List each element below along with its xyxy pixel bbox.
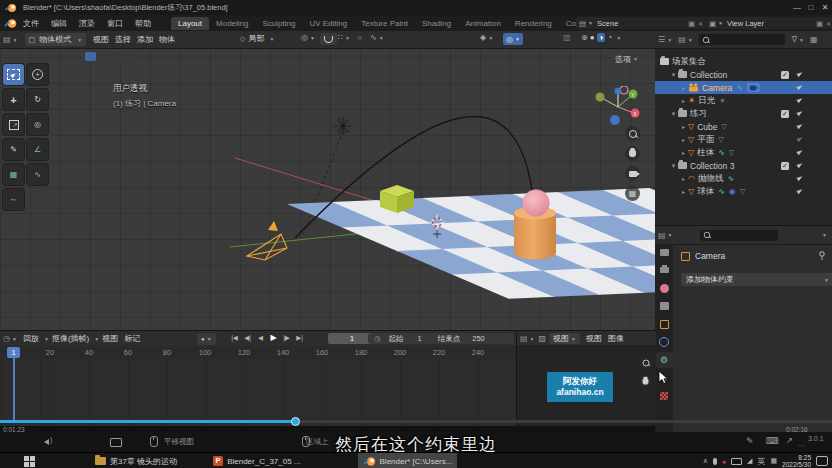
battery-icon[interactable] <box>731 458 742 465</box>
outliner-filter-button[interactable]: ∇▼ <box>789 35 807 44</box>
tool-measure[interactable]: ∠ <box>27 139 48 160</box>
tray-expand-icon[interactable]: ∧ <box>703 457 708 465</box>
tab-scene[interactable] <box>655 298 673 314</box>
selectable-icon[interactable] <box>796 97 803 104</box>
camera-view-button[interactable] <box>625 166 640 181</box>
add-constraint-button[interactable]: 添加物体约束 ▼ <box>681 273 832 286</box>
expand-icon[interactable]: ▸ <box>679 136 688 143</box>
orientation-dropdown[interactable]: ◇ 局部 ▼ <box>240 33 274 44</box>
tool-annotate[interactable]: ✎ <box>3 139 24 160</box>
outliner-row-sun[interactable]: ▸ ☀ 日光 ☀ <box>655 94 832 107</box>
maximize-button[interactable]: □ <box>804 3 818 12</box>
selectable-icon[interactable] <box>796 136 803 143</box>
tab-physics[interactable] <box>655 334 673 350</box>
select-mode-new[interactable] <box>85 52 96 61</box>
ime-indicator[interactable]: 英 <box>757 456 765 467</box>
shading-solid-icon[interactable]: ● <box>590 33 595 42</box>
microphone-icon[interactable] <box>713 458 717 465</box>
view-layer-selector[interactable]: ▣▼ View Layer ▣ ✕ <box>706 17 832 29</box>
selectable-icon[interactable] <box>796 149 803 156</box>
workspace-tab-texturepaint[interactable]: Texture Paint <box>354 17 415 30</box>
select-mode-invert[interactable] <box>124 52 135 61</box>
expand-icon[interactable]: ▸ <box>679 84 688 91</box>
image-editor-type-button[interactable]: ▤▼ <box>517 334 538 343</box>
tab-world[interactable] <box>655 280 673 296</box>
remove-view-layer-icon[interactable]: ✕ <box>826 20 831 27</box>
tab-constraints[interactable]: ⚙ <box>655 352 673 368</box>
next-keyframe-button[interactable]: |▶ <box>280 334 293 342</box>
viewport-3d[interactable]: ▤▼ ▢ 物体模式 ▼ 视图 选择 添加 物体 ◇ 局部 ▼ ◎▼ ∷▼ ○ ∿… <box>0 31 656 330</box>
collapse-icon[interactable]: ▼ <box>669 111 678 117</box>
collection-checkbox[interactable]: ✓ <box>781 110 789 118</box>
workspace-tab-shading[interactable]: Shading <box>415 17 458 30</box>
image-mode-dropdown[interactable]: 视图▼ <box>549 333 580 344</box>
tool-curve-pen[interactable]: ～ <box>3 189 24 210</box>
start-button[interactable] <box>0 453 40 468</box>
blender-app-menu-icon[interactable] <box>4 18 17 29</box>
new-view-layer-icon[interactable]: ▣ <box>816 19 823 28</box>
tool-extrude[interactable]: ∿ <box>27 164 48 185</box>
tool-rotate[interactable]: ↻ <box>27 89 48 110</box>
ortho-toggle-button[interactable]: ▦ <box>625 186 640 201</box>
overlays-dropdown[interactable]: ◎▼ <box>503 33 523 45</box>
collapse-icon[interactable]: ▼ <box>669 163 678 169</box>
workspace-tab-sculpting[interactable]: Sculpting <box>256 17 303 30</box>
notification-icon[interactable] <box>816 456 828 466</box>
viewport-menu-select[interactable]: 选择 <box>112 34 134 45</box>
outliner-row-collection[interactable]: ▼ Collection ✓ <box>655 68 832 81</box>
expand-icon[interactable]: ▸ <box>679 123 688 130</box>
outliner-search-input[interactable] <box>699 34 785 45</box>
collapse-icon[interactable]: ▼ <box>669 72 678 78</box>
shading-wireframe-icon[interactable]: ⊕ <box>581 33 588 42</box>
timeline-editor-type-button[interactable]: ◷▼ <box>0 334 20 343</box>
calendar-icon[interactable]: ▦ <box>770 457 777 465</box>
outliner-row-cylinder[interactable]: ▸ ▽ 柱体 ∿ ▽ <box>655 146 832 159</box>
scene-selector[interactable]: ▤▼ Scene ▣ ✕ <box>576 17 706 29</box>
timeline-menu-marker[interactable]: 标记 <box>121 333 143 344</box>
shading-material-icon[interactable]: ◑ <box>597 33 606 42</box>
viewport-3d-scene[interactable] <box>0 31 655 330</box>
play-button[interactable]: ▶ <box>267 333 280 342</box>
menu-help[interactable]: 帮助 <box>129 18 157 29</box>
taskbar-item-blender[interactable]: Blender* [C:\Users... <box>358 453 458 468</box>
jump-end-button[interactable]: ▶| <box>293 334 306 342</box>
end-value[interactable]: 250 <box>472 334 485 343</box>
selectable-icon[interactable] <box>796 162 803 169</box>
timeline-menu-playback[interactable]: 回放 <box>20 333 42 344</box>
auto-keying-button[interactable]: ●▼ <box>197 333 216 345</box>
outliner-row-scene-collection[interactable]: 场景集合 <box>655 55 832 68</box>
timeline-menu-view[interactable]: 视图 <box>99 333 121 344</box>
outliner-editor-type-button[interactable]: ☰▼ <box>655 35 675 44</box>
outliner-display-mode-button[interactable]: ▤▼ <box>675 35 696 44</box>
pin-icon[interactable] <box>818 251 826 261</box>
prev-keyframe-button[interactable]: ◀| <box>241 334 254 342</box>
image-menu-image[interactable]: 图像 <box>605 333 627 344</box>
select-mode-extend[interactable] <box>98 52 109 61</box>
tool-scale[interactable]: ↗ <box>3 114 24 135</box>
properties-search-input[interactable] <box>700 230 778 241</box>
new-scene-icon[interactable]: ▣ <box>688 19 695 28</box>
taskbar-clock[interactable]: 8:25 2022/5/30 <box>782 454 811 468</box>
taskbar-item-folder[interactable]: 第37章 镜头的运动 <box>90 453 182 468</box>
selectable-icon[interactable] <box>796 123 803 130</box>
start-value[interactable]: 1 <box>418 334 422 343</box>
proportional-falloff-dropdown[interactable]: ∿▼ <box>370 33 384 42</box>
play-reverse-button[interactable]: ◀ <box>254 334 267 342</box>
timeline-tracks[interactable] <box>0 359 516 426</box>
close-button[interactable]: ✕ <box>818 3 832 12</box>
properties-options-dropdown[interactable]: ▼ <box>822 232 827 238</box>
menu-render[interactable]: 渲染 <box>73 18 101 29</box>
minimize-button[interactable]: — <box>790 3 804 12</box>
options-button[interactable]: 选项▼ <box>611 53 642 65</box>
proportional-edit-toggle[interactable]: ○ <box>357 33 362 42</box>
menu-edit[interactable]: 编辑 <box>45 18 73 29</box>
workspace-tab-animation[interactable]: Animation <box>458 17 508 30</box>
outliner-row-parabola[interactable]: ▸ ◠ 抛物线 ∿ <box>655 172 832 185</box>
snap-toggle[interactable] <box>320 33 337 45</box>
tab-texture[interactable] <box>655 388 673 404</box>
collection-checkbox[interactable]: ✓ <box>781 162 789 170</box>
snap-settings-dropdown[interactable]: ∷▼ <box>338 33 350 42</box>
shading-rendered-icon[interactable]: ◔ <box>607 33 612 42</box>
viewport-menu-view[interactable]: 视图 <box>90 34 112 45</box>
tab-object[interactable] <box>655 316 673 332</box>
